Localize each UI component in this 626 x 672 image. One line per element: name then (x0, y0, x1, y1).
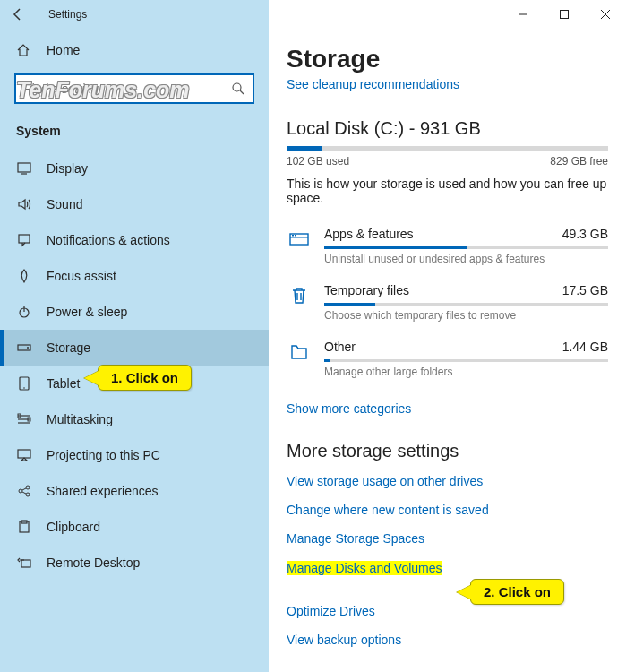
cat-name: Other (324, 340, 356, 354)
callout-2: 2. Click on (470, 579, 564, 605)
home-label: Home (47, 43, 80, 57)
sidebar-item-label: Storage (47, 340, 90, 355)
cat-size: 1.44 GB (562, 340, 608, 354)
svg-point-12 (23, 387, 25, 389)
section-label: System (0, 116, 269, 151)
sidebar-item-label: Notifications & actions (47, 233, 170, 247)
show-more-categories[interactable]: Show more categories (287, 401, 608, 416)
cat-name: Apps & features (324, 227, 414, 241)
cat-name: Temporary files (324, 283, 409, 297)
drive-title: Local Disk (C:) - 931 GB (287, 118, 608, 139)
svg-rect-26 (21, 560, 30, 567)
used-label: 102 GB used (287, 155, 349, 168)
tablet-icon (16, 376, 32, 391)
sidebar-item-remote-desktop[interactable]: Remote Desktop (0, 545, 269, 581)
cat-size: 49.3 GB (562, 227, 608, 241)
svg-point-20 (26, 486, 30, 489)
sidebar-item-label: Projecting to this PC (47, 448, 160, 462)
svg-point-19 (19, 489, 22, 493)
sidebar-item-label: Shared experiences (47, 484, 159, 498)
search-input[interactable] (14, 73, 254, 104)
sound-icon (16, 197, 32, 211)
sidebar-item-label: Clipboard (47, 520, 100, 534)
link-manage-disks-volumes[interactable]: Manage Disks and Volumes (287, 561, 442, 575)
svg-rect-6 (19, 235, 30, 243)
link-view-other-drives[interactable]: View storage usage on other drives (287, 474, 608, 488)
home-icon (16, 43, 32, 57)
sidebar-item-label: Power & sleep (47, 305, 127, 319)
focus-assist-icon (16, 269, 32, 283)
category-other[interactable]: Other1.44 GB Manage other large folders (287, 331, 608, 387)
sidebar-item-label: Sound (47, 197, 82, 211)
link-backup-options[interactable]: View backup options (287, 633, 608, 647)
link-optimize-drives[interactable]: Optimize Drives (287, 604, 608, 618)
svg-rect-29 (292, 235, 294, 237)
sidebar-item-projecting[interactable]: Projecting to this PC (0, 437, 269, 473)
svg-rect-18 (18, 450, 30, 458)
cat-sub: Uninstall unused or undesired apps & fea… (324, 253, 608, 265)
notifications-icon (16, 233, 32, 247)
display-icon (16, 161, 32, 176)
sidebar-item-label: Display (47, 161, 88, 176)
sidebar-item-label: Tablet (47, 376, 80, 391)
app-title: Settings (48, 8, 87, 21)
sidebar-item-label: Remote Desktop (47, 556, 140, 570)
svg-rect-30 (295, 235, 296, 237)
sidebar-item-multitasking[interactable]: Multitasking (0, 401, 269, 437)
page-title: Storage (287, 45, 608, 73)
sidebar-item-display[interactable]: Display (0, 151, 269, 186)
folder-icon (287, 340, 312, 365)
clipboard-icon (16, 520, 32, 534)
svg-line-22 (22, 488, 26, 490)
power-icon (16, 305, 32, 319)
sidebar-item-focus-assist[interactable]: Focus assist (0, 258, 269, 294)
apps-icon (287, 227, 312, 252)
sidebar-item-label: Multitasking (47, 412, 113, 426)
cat-size: 17.5 GB (562, 283, 608, 297)
sidebar-item-label: Focus assist (47, 269, 116, 283)
sidebar-item-sound[interactable]: Sound (0, 186, 269, 222)
sidebar: Home System Display Sound Notifications … (0, 0, 269, 672)
cleanup-link[interactable]: See cleanup recommendations (287, 77, 608, 91)
sidebar-item-power-sleep[interactable]: Power & sleep (0, 294, 269, 330)
home-button[interactable]: Home (0, 34, 269, 66)
sidebar-item-clipboard[interactable]: Clipboard (0, 509, 269, 545)
sidebar-item-shared-experiences[interactable]: Shared experiences (0, 473, 269, 509)
cat-sub: Manage other large folders (324, 366, 608, 378)
remote-desktop-icon (16, 556, 32, 570)
storage-description: This is how your storage is used and how… (287, 177, 608, 205)
sidebar-item-storage[interactable]: Storage (0, 330, 269, 366)
category-apps-features[interactable]: Apps & features49.3 GB Uninstall unused … (287, 218, 608, 274)
category-temp-files[interactable]: Temporary files17.5 GB Choose which temp… (287, 274, 608, 331)
link-storage-spaces[interactable]: Manage Storage Spaces (287, 531, 608, 546)
back-button[interactable] (0, 0, 36, 29)
projecting-icon (16, 448, 32, 462)
link-change-content-location[interactable]: Change where new content is saved (287, 503, 608, 517)
main-content: Storage See cleanup recommendations Loca… (269, 0, 626, 672)
svg-point-10 (27, 347, 29, 349)
svg-point-21 (26, 493, 30, 496)
callout-1: 1. Click on (98, 365, 192, 391)
drive-usage-bar (287, 146, 608, 151)
svg-line-23 (22, 492, 26, 494)
more-storage-heading: More storage settings (287, 441, 608, 461)
trash-icon (287, 283, 312, 308)
free-label: 829 GB free (550, 155, 608, 168)
storage-icon (16, 340, 32, 355)
cat-sub: Choose which temporary files to remove (324, 309, 608, 322)
shared-icon (16, 484, 32, 498)
svg-rect-4 (18, 163, 30, 172)
multitasking-icon (16, 412, 32, 426)
sidebar-item-notifications[interactable]: Notifications & actions (0, 222, 269, 258)
